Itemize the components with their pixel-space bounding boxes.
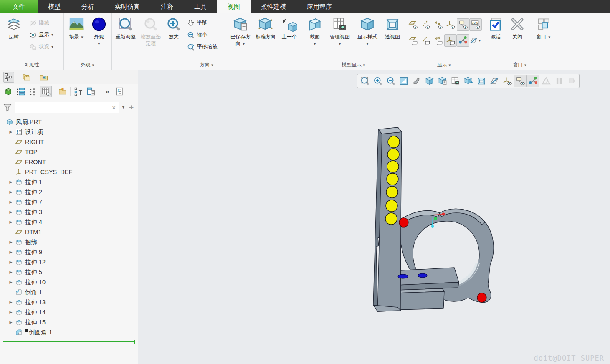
axis-display-toggle[interactable] [419, 18, 432, 31]
add-filter-icon[interactable]: + [127, 103, 135, 112]
point-display-toggle[interactable] [432, 18, 444, 31]
menu-tab-柔性建模[interactable]: 柔性建模 [251, 0, 296, 13]
tree-item-PRT_CSYS_DEF[interactable]: PRT_CSYS_DEF [0, 167, 138, 177]
appearance-button[interactable]: 外观▼ [88, 14, 110, 58]
copy-table-button[interactable] [85, 86, 97, 97]
expand-arrow-icon[interactable]: ▶ [7, 310, 15, 314]
manage-views-button[interactable]: 管理视图▼ [326, 14, 354, 58]
more-button[interactable]: » [101, 86, 113, 97]
status-button[interactable]: 状况 ▼ [26, 41, 62, 53]
menu-tab-实时仿真[interactable]: 实时仿真 [104, 0, 150, 13]
perspective-button[interactable] [475, 75, 488, 87]
tree-item-拉伸 12[interactable]: ▶拉伸 12 [0, 257, 138, 267]
expand-list-button[interactable] [15, 86, 27, 97]
scene-button[interactable]: 场景 ▼ [65, 14, 88, 58]
dimension-display-toggle[interactable]: 10.0 [469, 18, 482, 31]
refit-button[interactable]: 重新调整 [113, 14, 138, 58]
tree-item-DTM1[interactable]: DTM1 [0, 227, 138, 237]
plane-display-toggle[interactable] [407, 18, 419, 31]
tree-item-FRONT[interactable]: FRONT [0, 157, 138, 167]
activate-button[interactable]: 激活 [485, 14, 506, 58]
expand-arrow-icon[interactable]: ▶ [7, 190, 15, 194]
view-normal-button[interactable] [462, 75, 475, 87]
tree-item-拉伸 4[interactable]: ▶拉伸 4 [0, 217, 138, 227]
annotation-display-toggle[interactable] [457, 18, 469, 31]
view-manager-button[interactable] [449, 75, 462, 87]
settings-doc-button[interactable] [114, 86, 126, 97]
show-button[interactable]: 显示 ▼ [26, 29, 62, 41]
tree-columns-button[interactable] [40, 86, 52, 97]
tree-item-拉伸 10[interactable]: ▶拉伸 10 [0, 277, 138, 287]
tree-item-拉伸 9[interactable]: ▶拉伸 9 [0, 247, 138, 257]
menu-tab-分析[interactable]: 分析 [71, 0, 104, 13]
windows-button[interactable]: 窗口 ▼ [532, 14, 555, 58]
expand-arrow-icon[interactable]: ▶ [7, 240, 15, 244]
zoom-out-button[interactable]: 缩小 [184, 29, 224, 41]
plane-tag-toggle[interactable] [407, 34, 419, 47]
csys-display-toggle[interactable] [444, 18, 457, 31]
zoom-in-button[interactable]: 放大 [163, 14, 184, 58]
expand-arrow-icon[interactable]: ▶ [7, 300, 15, 304]
tree-item-拉伸 14[interactable]: ▶拉伸 14 [0, 307, 138, 317]
model-3d-fan-bracket[interactable] [138, 70, 610, 364]
datum-display-button[interactable] [501, 75, 514, 87]
insert-here-indicator[interactable] [3, 339, 135, 345]
section-display-toggle[interactable]: ▼ [469, 34, 482, 47]
annotation-display-button[interactable] [514, 75, 526, 87]
filter-tree-button[interactable] [73, 86, 84, 97]
simulate-button[interactable] [539, 75, 552, 87]
csys-tag-toggle[interactable] [444, 34, 457, 47]
spin-center-toggle[interactable] [457, 34, 469, 47]
favorites-tab[interactable]: ✱ [38, 72, 49, 83]
expand-arrow-icon[interactable]: ▶ [7, 320, 15, 324]
tree-item-拉伸 15[interactable]: ▶拉伸 15 [0, 317, 138, 327]
tree-item-拉伸 5[interactable]: ▶拉伸 5 [0, 267, 138, 277]
previous-view-button[interactable]: 上一个 [278, 14, 301, 58]
menu-tab-模型[interactable]: 模型 [38, 0, 71, 13]
tree-item-捆绑[interactable]: ▶捆绑 [0, 237, 138, 247]
hide-button[interactable]: 隐藏 [26, 17, 62, 29]
display-style-brush-button[interactable] [410, 75, 423, 87]
menu-tab-工具[interactable]: 工具 [184, 0, 217, 13]
standard-orientation-button[interactable]: 标准方向 [253, 14, 278, 58]
expand-arrow-icon[interactable]: ▶ [7, 250, 15, 254]
clear-search-icon[interactable]: × [111, 104, 116, 111]
tree-item-设计项[interactable]: ▶设计项 [0, 127, 138, 137]
graphics-viewport[interactable]: doit@DOIT SUPER [138, 70, 610, 364]
exit-button[interactable] [565, 75, 578, 87]
expand-arrow-icon[interactable]: ▶ [7, 210, 15, 214]
display-style-button[interactable]: 显示样式▼ [354, 14, 381, 58]
pan-button[interactable]: 平移 [184, 17, 224, 29]
saved-orientations-button[interactable]: 已保存方向 ▼ [228, 14, 253, 58]
point-tag-toggle[interactable] [432, 34, 444, 47]
zoom-in-button[interactable] [371, 75, 384, 87]
expand-arrow-icon[interactable]: ▶ [7, 260, 15, 264]
expand-arrow-icon[interactable]: ▶ [7, 270, 15, 274]
tree-filters-button[interactable]: ✹ [56, 86, 68, 97]
tree-item-倒圆角 1[interactable]: 倒圆角 1 [0, 327, 138, 337]
saved-orientations-button[interactable] [436, 75, 449, 87]
folder-browser-tab[interactable] [21, 72, 32, 83]
display-style-cube-button[interactable] [423, 75, 436, 87]
pause-button[interactable] [552, 75, 565, 87]
expand-arrow-icon[interactable]: ▶ [7, 220, 15, 224]
tree-item-TOP[interactable]: TOP [0, 147, 138, 157]
spin-center-button[interactable] [526, 75, 539, 87]
show-group-label[interactable]: 显示▼ [407, 61, 482, 70]
active-model-button[interactable] [3, 86, 14, 97]
menu-tab-视图[interactable]: 视图 [217, 0, 251, 13]
orientation-group-label[interactable]: 方向▼ [113, 61, 301, 70]
model-tree-tab[interactable] [3, 72, 14, 83]
expand-arrow-icon[interactable]: ▶ [7, 280, 15, 284]
repaint-button[interactable] [397, 75, 410, 87]
tree-item-倒角 1[interactable]: 倒角 1 [0, 287, 138, 297]
section-button[interactable] [488, 75, 501, 87]
tree-item-拉伸 7[interactable]: ▶拉伸 7 [0, 197, 138, 207]
perspective-button[interactable]: 透视图 [381, 14, 404, 58]
menu-tab-注释[interactable]: 注释 [150, 0, 184, 13]
tree-item-RIGHT[interactable]: RIGHT [0, 137, 138, 147]
menu-tab-file[interactable]: 文件 [0, 0, 38, 13]
zoom-out-button[interactable] [384, 75, 397, 87]
axis-tag-toggle[interactable] [419, 34, 432, 47]
tree-search-input[interactable] [18, 104, 111, 111]
